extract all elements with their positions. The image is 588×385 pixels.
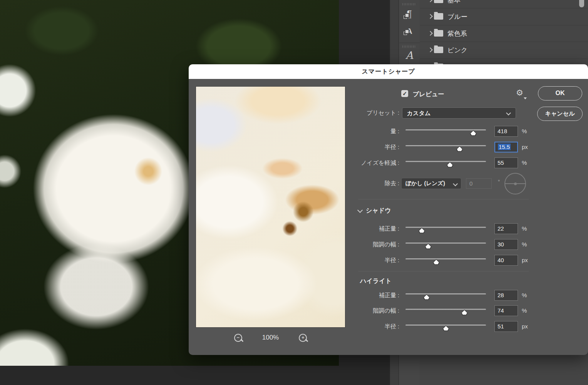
shadow-tonal-unit: % xyxy=(522,241,527,248)
shadow-radius-slider[interactable] xyxy=(405,256,486,266)
smart-sharpen-dialog: スマートシャープ − 100% + ✓ プレビュー ⚙ OK キャンセル プリセ… xyxy=(189,64,588,355)
folder-icon xyxy=(434,30,443,37)
folder-row-purple[interactable]: 紫色系 xyxy=(420,25,588,42)
shadow-fade-slider[interactable] xyxy=(405,225,486,234)
degree-symbol: ° xyxy=(498,179,500,184)
shadow-fade-slider-thumb[interactable] xyxy=(419,228,425,233)
chevron-right-icon[interactable] xyxy=(428,0,433,2)
highlight-tonal-slider[interactable] xyxy=(405,307,486,316)
shadow-tonal-label: 階調の幅 : xyxy=(320,241,399,248)
highlight-radius-unit: px xyxy=(522,323,528,330)
preview-checkbox-label: プレビュー xyxy=(413,90,444,99)
highlight-tonal-row: 階調の幅 : 74 % xyxy=(189,305,588,317)
highlight-section-header[interactable]: ハイライト xyxy=(360,277,392,285)
dialog-title: スマートシャープ xyxy=(362,68,415,75)
radius-slider[interactable] xyxy=(405,143,486,152)
amount-label: 量 : xyxy=(320,128,399,135)
character-styles-icon-square xyxy=(405,30,409,33)
highlight-radius-label: 半径 : xyxy=(320,323,399,330)
shadow-radius-label: 半径 : xyxy=(320,257,399,264)
chevron-down-icon xyxy=(453,181,458,186)
panel-group-styles: ¶ A xyxy=(399,0,420,43)
shadow-fade-row: 補正量 : 22 % xyxy=(189,223,588,235)
preset-label: プリセット : xyxy=(320,109,399,117)
shadow-section-title: シャドウ xyxy=(366,207,391,215)
noise-reduce-row: ノイズを軽減 : 55 % xyxy=(189,157,588,169)
zoom-out-icon[interactable]: − xyxy=(234,334,242,342)
amount-slider[interactable] xyxy=(405,127,486,137)
noise-reduce-field[interactable]: 55 xyxy=(494,157,518,168)
character-styles-icon[interactable]: A xyxy=(399,27,420,35)
shadow-tonal-field[interactable]: 30 xyxy=(494,239,518,250)
gear-icon[interactable]: ⚙ xyxy=(516,88,523,97)
shadow-tonal-slider-thumb[interactable] xyxy=(425,243,432,249)
highlight-tonal-unit: % xyxy=(522,307,527,314)
chevron-down-icon xyxy=(357,207,363,213)
chevron-right-icon[interactable] xyxy=(428,31,433,36)
paragraph-styles-icon[interactable]: ¶ xyxy=(399,9,420,19)
shadow-radius-unit: px xyxy=(522,257,528,263)
shadow-section-header[interactable]: シャドウ xyxy=(358,207,391,215)
folder-icon xyxy=(434,13,443,20)
gear-menu-caret-icon xyxy=(524,97,527,99)
checkmark-icon: ✓ xyxy=(402,90,407,97)
amount-field[interactable]: 418 xyxy=(494,126,518,137)
zoom-level[interactable]: 100% xyxy=(262,334,279,341)
noise-reduce-slider-thumb[interactable] xyxy=(447,162,453,167)
chevron-down-icon xyxy=(506,110,511,116)
folder-icon xyxy=(434,47,443,53)
highlight-fade-field[interactable]: 28 xyxy=(494,290,518,301)
panel-drag-handle[interactable] xyxy=(402,3,416,5)
highlight-radius-slider[interactable] xyxy=(405,323,486,332)
shadow-fade-field[interactable]: 22 xyxy=(494,223,518,234)
shadow-radius-row: 半径 : 40 px xyxy=(189,255,588,266)
remove-label: 除去 : xyxy=(320,180,399,187)
radius-label: 半径 : xyxy=(320,144,399,151)
zoom-in-icon[interactable]: + xyxy=(299,334,307,342)
paragraph-styles-icon-square xyxy=(405,14,409,17)
section-divider xyxy=(358,271,529,271)
highlight-radius-field[interactable]: 51 xyxy=(494,321,518,332)
glyphs-icon[interactable]: A xyxy=(399,50,420,60)
folder-row-blue[interactable]: ブルー xyxy=(420,8,588,25)
preview-checkbox[interactable]: ✓ xyxy=(401,90,408,97)
highlight-fade-slider[interactable] xyxy=(405,291,486,301)
highlight-tonal-field[interactable]: 74 xyxy=(494,305,518,316)
preset-dropdown[interactable]: カスタム xyxy=(402,107,516,119)
cancel-button[interactable]: キャンセル xyxy=(537,107,583,121)
highlight-tonal-slider-thumb[interactable] xyxy=(461,310,468,315)
highlight-fade-unit: % xyxy=(522,292,527,298)
folder-label: 基本 xyxy=(447,0,461,5)
radius-row: 半径 : 15.5 px xyxy=(189,142,588,153)
chevron-right-icon[interactable] xyxy=(428,47,433,52)
folder-label: ピンク xyxy=(447,46,467,55)
radius-unit: px xyxy=(522,144,528,150)
amount-unit: % xyxy=(522,128,527,134)
shadow-tonal-row: 階調の幅 : 30 % xyxy=(189,239,588,251)
preview-zoom-controls: − 100% + xyxy=(196,333,345,343)
panel-drag-handle[interactable] xyxy=(402,45,416,48)
noise-reduce-slider[interactable] xyxy=(405,159,486,168)
shadow-fade-label: 補正量 : xyxy=(320,225,399,233)
dialog-titlebar[interactable]: スマートシャープ xyxy=(189,64,588,79)
folder-row-pink[interactable]: ピンク xyxy=(420,42,588,59)
highlight-section-title: ハイライト xyxy=(360,277,392,285)
radius-slider-thumb[interactable] xyxy=(456,146,463,152)
ok-button[interactable]: OK xyxy=(538,86,582,100)
remove-row: 除去 : ぼかし (レンズ) 0 ° xyxy=(189,178,588,189)
panel-scrollbar-thumb[interactable] xyxy=(579,0,584,7)
shadow-radius-field[interactable]: 40 xyxy=(494,255,518,266)
amount-slider-thumb[interactable] xyxy=(470,130,477,136)
folder-icon xyxy=(434,0,443,3)
highlight-fade-slider-thumb[interactable] xyxy=(423,294,430,300)
chevron-right-icon[interactable] xyxy=(428,14,433,19)
section-divider xyxy=(358,199,529,199)
folder-row-basic[interactable]: 基本 xyxy=(420,0,588,8)
highlight-radius-slider-thumb[interactable] xyxy=(443,325,449,331)
shadow-tonal-slider[interactable] xyxy=(405,241,486,250)
remove-dropdown[interactable]: ぼかし (レンズ) xyxy=(401,178,461,189)
shadow-radius-slider-thumb[interactable] xyxy=(433,259,439,265)
photoshop-workspace: ¶ A A 基本 ブルー xyxy=(0,0,588,385)
radius-field[interactable]: 15.5 xyxy=(494,142,518,152)
angle-field-disabled: 0 xyxy=(466,178,492,189)
